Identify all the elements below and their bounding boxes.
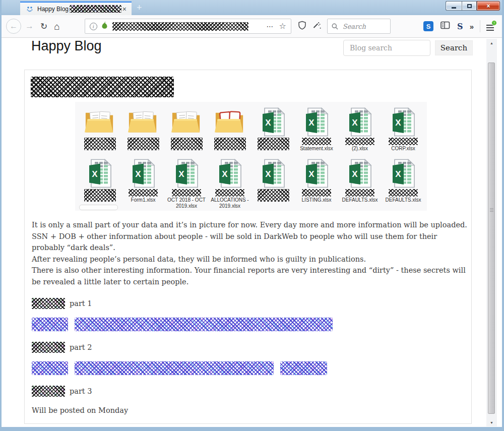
part-label: part 1: [70, 299, 92, 307]
redacted-tab-title: [70, 5, 121, 13]
file-name: (2).xlsx: [339, 146, 381, 152]
browser-window: Happy Blog × + × ← → ↻ ⌂ i ⋯ ☆: [2, 0, 502, 427]
redacted-file-name: [258, 138, 289, 150]
refresh-button[interactable]: ↻: [40, 21, 47, 32]
redacted-file-name: [389, 189, 418, 197]
back-button[interactable]: ←: [6, 19, 21, 34]
extension-s-navy-icon[interactable]: S: [457, 22, 463, 31]
extension-s-blue-icon[interactable]: S: [423, 21, 433, 31]
title-bar[interactable]: Happy Blog × + ×: [2, 0, 502, 15]
file-name: ALLOCATIONS - 2019.xlsx: [209, 197, 251, 209]
scrollbar-thumb[interactable]: [488, 63, 495, 414]
file-item: X Form1.xlsx: [121, 158, 165, 209]
scroll-down-icon[interactable]: ▼: [486, 421, 497, 424]
redacted-part-name: [32, 342, 65, 353]
file-name: CORP.xlsx: [382, 146, 424, 152]
file-name: Statement.xlsx: [295, 146, 338, 152]
file-name: Form1.xlsx: [122, 197, 164, 203]
page-viewport: Happy Blog Search: [2, 38, 502, 427]
file-item: Of z: [208, 106, 251, 158]
redacted-file-name: [171, 138, 203, 150]
forward-button[interactable]: →: [25, 21, 34, 31]
vertical-scrollbar[interactable]: ▲ ▼: [486, 39, 497, 426]
overflow-chevron-icon[interactable]: »: [470, 22, 474, 31]
file-item: X ALLOCATIONS - 2019.xlsx: [208, 158, 251, 209]
excel-file-icon: X: [175, 158, 199, 188]
file-item: X DEFAULTS.xlsx: [382, 158, 425, 209]
page-actions-icon[interactable]: ⋯: [266, 22, 274, 30]
toolbar-extensions: S S » ↑: [423, 20, 502, 32]
file-item: X: [251, 158, 295, 209]
browser-tab[interactable]: Happy Blog ×: [20, 2, 132, 15]
blog-search-button[interactable]: Search: [435, 40, 473, 55]
site-info-icon[interactable]: i: [90, 23, 97, 30]
file-item: X: [78, 158, 121, 209]
menu-button[interactable]: ↑: [486, 22, 495, 30]
minimize-button[interactable]: [446, 1, 462, 11]
update-badge-icon: ↑: [491, 20, 497, 26]
redacted-file-name: [389, 138, 418, 145]
redacted-file-name: [302, 189, 331, 197]
minimize-icon: [452, 7, 456, 9]
folder-icon: Of z: [214, 106, 245, 137]
file-grid: Of z: [78, 106, 427, 209]
home-button[interactable]: ⌂: [54, 22, 59, 31]
blog-search-input[interactable]: [343, 40, 430, 56]
svg-text:X: X: [265, 118, 271, 128]
redacted-post-title: [31, 77, 174, 97]
excel-file-icon: X: [218, 158, 242, 188]
scrollbar-grip: [490, 207, 493, 212]
excel-file-icon: X: [262, 158, 285, 188]
redacted-file-name: [84, 189, 116, 202]
redacted-part-name: [32, 386, 65, 397]
excel-file-icon: X: [88, 158, 112, 188]
redacted-url[interactable]: [112, 22, 248, 31]
screenshots-wand-icon[interactable]: [312, 21, 321, 31]
svg-text:X: X: [265, 169, 271, 179]
svg-text:X: X: [178, 169, 184, 179]
file-name: DEFAULTS.xlsx: [339, 197, 381, 203]
blog-post-card: Of z: [24, 70, 472, 424]
excel-file-icon: X: [132, 158, 155, 188]
folder-icon: [84, 106, 115, 137]
excel-file-icon: X: [348, 158, 372, 188]
svg-text:X: X: [395, 118, 401, 128]
redacted-file-name: [302, 138, 331, 145]
post-body-text: It is only a small part of your data and…: [32, 219, 467, 287]
redacted-file-name: [129, 189, 158, 197]
svg-text:X: X: [135, 169, 141, 179]
sidebar-icon[interactable]: [440, 21, 450, 31]
redacted-file-name: [172, 189, 201, 197]
file-item: X OCT 2018 - OCT 2019.xlsx: [165, 158, 208, 209]
scroll-up-icon[interactable]: ▲: [486, 41, 497, 45]
file-name: OCT 2018 - OCT 2019.xlsx: [165, 197, 208, 209]
new-tab-button[interactable]: +: [137, 3, 142, 13]
redacted-file-name: [215, 189, 244, 197]
svg-text:X: X: [352, 118, 358, 128]
maximize-button[interactable]: [462, 1, 477, 11]
redacted-download-link[interactable]: [32, 361, 465, 375]
browser-search-input[interactable]: [342, 22, 382, 31]
search-icon: [332, 23, 338, 30]
post-footer: Will be posted on Monday: [32, 406, 465, 414]
file-item: [121, 106, 165, 158]
bookmark-star-icon[interactable]: ☆: [279, 22, 286, 30]
excel-file-icon: X: [262, 106, 285, 137]
toolbar-separator: [480, 20, 480, 32]
redacted-file-name: [258, 189, 289, 202]
shield-icon[interactable]: [298, 21, 306, 32]
svg-text:X: X: [308, 169, 314, 179]
svg-text:X: X: [222, 169, 228, 179]
excel-file-icon: X: [305, 106, 329, 137]
browser-search-bar[interactable]: [327, 19, 391, 34]
onion-icon: [101, 21, 108, 31]
tab-close-icon[interactable]: ×: [121, 6, 128, 13]
redacted-download-link[interactable]: [32, 318, 465, 331]
address-bar[interactable]: i ⋯ ☆: [85, 19, 291, 34]
close-button[interactable]: ×: [477, 1, 500, 11]
maximize-icon: [467, 4, 472, 8]
file-item: X Statement.xlsx: [295, 106, 338, 158]
file-item: X DEFAULTS.xlsx: [338, 158, 382, 209]
folder-icon: [128, 106, 159, 137]
folder-icon: [171, 106, 202, 137]
